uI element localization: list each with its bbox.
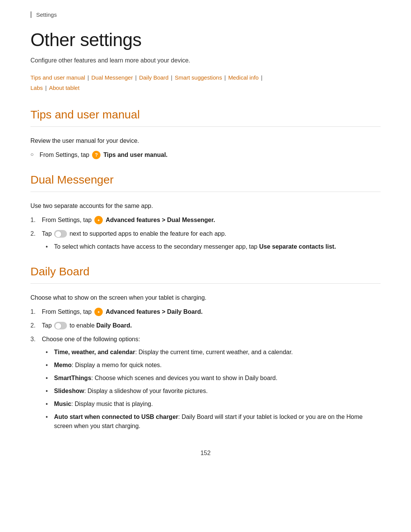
- nav-link-about-tablet[interactable]: About tablet: [49, 85, 80, 91]
- daily-board-step-1: From Settings, tap Advanced features > D…: [30, 307, 381, 316]
- dual-messenger-section: Dual Messenger Use two separate accounts…: [30, 173, 381, 251]
- nav-link-daily-board[interactable]: Daily Board: [139, 74, 169, 81]
- nav-link-medical-info[interactable]: Medical info: [228, 74, 259, 81]
- daily-board-option-memo: Memo: Display a memo for quick notes.: [46, 361, 381, 370]
- daily-board-options-list: Time, weather, and calendar: Display the…: [46, 348, 381, 431]
- page-title: Other settings: [30, 29, 381, 50]
- daily-board-section-desc: Choose what to show on the screen when y…: [30, 294, 381, 301]
- tips-section: Tips and user manual Review the user man…: [30, 108, 381, 160]
- page-number: 152: [30, 450, 381, 457]
- dual-messenger-sub-list: To select which contacts have access to …: [46, 242, 381, 251]
- daily-board-option-slideshow: Slideshow: Display a slideshow of your f…: [46, 387, 381, 396]
- advanced-features-icon-1: [94, 216, 103, 224]
- nav-link-dual-messenger[interactable]: Dual Messenger: [91, 74, 133, 81]
- daily-board-option-auto-start: Auto start when connected to USB charger…: [46, 412, 381, 431]
- daily-board-option-time: Time, weather, and calendar: Display the…: [46, 348, 381, 357]
- daily-board-step-2: Tap to enable Daily Board.: [30, 321, 381, 330]
- dual-messenger-steps-list: From Settings, tap Advanced features > D…: [30, 216, 381, 251]
- tips-step-1: From Settings, tap Tips and user manual.: [30, 150, 381, 160]
- dual-messenger-sub-item-1: To select which contacts have access to …: [46, 242, 381, 251]
- nav-link-labs[interactable]: Labs: [30, 85, 43, 91]
- toggle-icon-2: [54, 322, 67, 329]
- tips-section-title: Tips and user manual: [30, 108, 381, 121]
- page-container: Settings Other settings Configure other …: [0, 0, 411, 532]
- daily-board-option-music: Music: Display music that is playing.: [46, 399, 381, 409]
- daily-board-option-smartthings: SmartThings: Choose which scenes and dev…: [46, 374, 381, 383]
- tips-steps-list: From Settings, tap Tips and user manual.: [30, 150, 381, 160]
- daily-board-step-3: Choose one of the following options: Tim…: [30, 335, 381, 431]
- nav-link-tips[interactable]: Tips and user manual: [30, 74, 85, 81]
- daily-board-section-title: Daily Board: [30, 265, 381, 278]
- tips-icon: [92, 151, 100, 159]
- dual-messenger-step-1: From Settings, tap Advanced features > D…: [30, 216, 381, 225]
- daily-board-section: Daily Board Choose what to show on the s…: [30, 265, 381, 431]
- toggle-icon-1: [54, 230, 67, 238]
- tips-section-desc: Review the user manual for your device.: [30, 137, 381, 144]
- nav-link-smart-suggestions[interactable]: Smart suggestions: [175, 74, 222, 81]
- nav-links: Tips and user manual | Dual Messenger | …: [30, 72, 381, 93]
- dual-messenger-step-2: Tap next to supported apps to enable the…: [30, 229, 381, 251]
- page-subtitle: Configure other features and learn more …: [30, 57, 381, 64]
- daily-board-steps-list: From Settings, tap Advanced features > D…: [30, 307, 381, 431]
- advanced-features-icon-2: [94, 308, 103, 316]
- breadcrumb: Settings: [30, 11, 381, 18]
- dual-messenger-section-desc: Use two separate accounts for the same a…: [30, 203, 381, 209]
- dual-messenger-section-title: Dual Messenger: [30, 173, 381, 186]
